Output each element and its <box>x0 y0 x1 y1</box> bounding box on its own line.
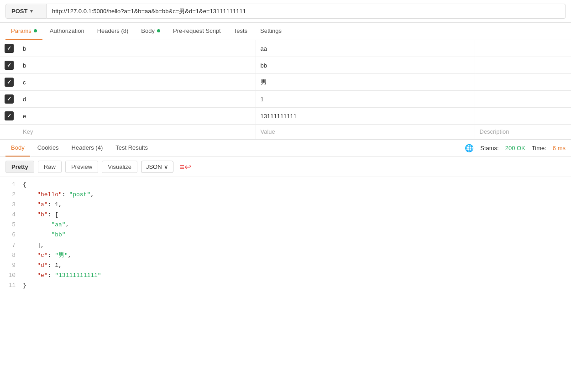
method-label: POST <box>11 8 27 15</box>
response-area: Body Cookies Headers (4) Test Results 🌐 … <box>0 139 571 293</box>
params-table: b aa b bb c 男 d 1 e 13111111111 Key Valu… <box>0 40 571 139</box>
table-row: b aa <box>0 40 571 57</box>
line-number: 3 <box>0 200 16 210</box>
code-area: 1234567891011 { "hello": "post", "a": 1,… <box>0 177 571 293</box>
key-cell-2: c <box>23 79 26 86</box>
line-number: 8 <box>0 251 16 261</box>
tab-params-label: Params <box>11 27 31 34</box>
checkbox-0[interactable] <box>5 44 14 53</box>
line-number: 10 <box>0 271 16 281</box>
response-tab-test-results[interactable]: Test Results <box>110 140 153 157</box>
code-line: } <box>23 281 566 291</box>
checkbox-4[interactable] <box>5 111 14 120</box>
table-row: d 1 <box>0 91 571 108</box>
line-number: 9 <box>0 261 16 271</box>
checkbox-3[interactable] <box>5 94 14 104</box>
tab-tests-label: Tests <box>234 27 247 34</box>
params-dot <box>34 29 37 32</box>
preview-button[interactable]: Preview <box>65 161 98 173</box>
format-chevron: ∨ <box>164 163 168 170</box>
response-meta: 🌐 Status: 200 OK Time: 6 ms <box>465 144 566 152</box>
pretty-button[interactable]: Pretty <box>5 161 34 173</box>
visualize-button[interactable]: Visualize <box>102 161 137 173</box>
code-line: { <box>23 180 566 190</box>
code-line: "aa", <box>23 220 566 230</box>
tab-body-label: Body <box>141 27 155 34</box>
code-line: "e": "13111111111" <box>23 271 566 281</box>
code-content: { "hello": "post", "a": 1, "b": [ "aa", … <box>23 180 571 291</box>
format-bar: Pretty Raw Preview Visualize JSON ∨ ≡↩ <box>0 157 571 177</box>
response-tab-cookies[interactable]: Cookies <box>32 140 64 157</box>
format-select[interactable]: JSON ∨ <box>141 161 173 173</box>
code-line: "c": "男", <box>23 251 566 261</box>
tab-authorization[interactable]: Authorization <box>44 23 90 40</box>
line-number: 1 <box>0 180 16 190</box>
response-tab-headers-label: Headers (4) <box>72 144 103 151</box>
line-numbers: 1234567891011 <box>0 180 23 291</box>
checkbox-2[interactable] <box>5 78 14 87</box>
key-cell-0: b <box>23 45 26 52</box>
line-number: 2 <box>0 190 16 200</box>
val-cell-3: 1 <box>261 96 264 103</box>
line-number: 5 <box>0 220 16 230</box>
response-tab-headers[interactable]: Headers (4) <box>66 140 109 157</box>
tab-headers[interactable]: Headers (8) <box>92 23 134 40</box>
body-dot <box>157 29 160 32</box>
response-tab-body[interactable]: Body <box>5 140 30 157</box>
format-select-label: JSON <box>146 163 162 170</box>
response-tabs-bar: Body Cookies Headers (4) Test Results 🌐 … <box>0 140 571 157</box>
tab-body[interactable]: Body <box>136 23 166 40</box>
val-cell-0: aa <box>261 45 267 52</box>
line-number: 4 <box>0 210 16 220</box>
table-row: e 13111111111 <box>0 108 571 125</box>
val-cell-2: 男 <box>261 78 267 85</box>
code-line: "d": 1, <box>23 261 566 271</box>
table-row: b bb <box>0 57 571 74</box>
key-placeholder: Key <box>23 128 33 135</box>
tab-params[interactable]: Params <box>5 23 42 40</box>
key-cell-4: e <box>23 113 26 120</box>
url-input[interactable] <box>47 4 566 19</box>
request-tabs-bar: Params Authorization Headers (8) Body Pr… <box>0 23 571 40</box>
key-cell-1: b <box>23 62 26 69</box>
code-line: ], <box>23 240 566 251</box>
tab-authorization-label: Authorization <box>50 27 84 34</box>
code-line: "a": 1, <box>23 200 566 210</box>
wrap-icon[interactable]: ≡↩ <box>180 162 192 172</box>
tab-tests[interactable]: Tests <box>228 23 253 40</box>
line-number: 6 <box>0 230 16 240</box>
params-new-row: Key Value Description <box>0 125 571 139</box>
tab-settings[interactable]: Settings <box>255 23 287 40</box>
val-cell-1: bb <box>261 62 267 69</box>
time-label: Time: <box>532 145 546 152</box>
tab-settings-label: Settings <box>260 27 282 34</box>
value-placeholder: Value <box>261 128 275 135</box>
table-row: c 男 <box>0 74 571 91</box>
status-label: Status: <box>480 145 498 152</box>
method-dropdown[interactable]: POST ▾ <box>5 4 47 19</box>
status-value: 200 OK <box>505 145 525 152</box>
method-chevron: ▾ <box>30 8 33 14</box>
code-line: "b": [ <box>23 210 566 220</box>
response-tab-body-label: Body <box>11 144 25 151</box>
desc-placeholder: Description <box>480 128 509 135</box>
url-bar: POST ▾ <box>0 0 571 23</box>
val-cell-4: 13111111111 <box>261 113 297 120</box>
line-number: 11 <box>0 281 16 291</box>
tab-pre-request-script[interactable]: Pre-request Script <box>168 23 226 40</box>
tab-pre-request-label: Pre-request Script <box>173 27 221 34</box>
raw-button[interactable]: Raw <box>38 161 62 173</box>
response-tab-test-results-label: Test Results <box>115 144 148 151</box>
code-line: "bb" <box>23 230 566 240</box>
globe-icon: 🌐 <box>465 144 474 152</box>
response-tab-cookies-label: Cookies <box>37 144 59 151</box>
checkbox-1[interactable] <box>5 61 14 70</box>
code-line: "hello": "post", <box>23 190 566 200</box>
line-number: 7 <box>0 240 16 251</box>
tab-headers-label: Headers (8) <box>97 27 129 34</box>
key-cell-3: d <box>23 96 26 103</box>
time-value: 6 ms <box>553 145 566 152</box>
